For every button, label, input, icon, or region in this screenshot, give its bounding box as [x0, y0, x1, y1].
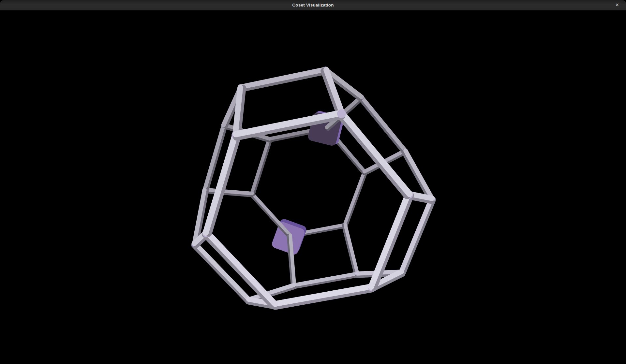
strut-shadow-face [344, 226, 356, 274]
strut-edge [252, 139, 269, 194]
strut-edge [241, 69, 325, 87]
strut-shadow-face [294, 275, 357, 287]
strut-edge [345, 225, 358, 274]
strut-shadow-face [241, 72, 326, 90]
strut-shadow-face [253, 140, 271, 195]
window-title: Coset Visualization [292, 3, 334, 7]
strut-edge [294, 274, 357, 285]
strut-edge [344, 172, 364, 225]
strut-edge [252, 194, 290, 235]
coset-3d-viewport[interactable] [0, 10, 626, 364]
viewport-canvas [0, 10, 626, 364]
strut-shadow-face [251, 195, 289, 236]
strut-shadow-face [275, 289, 372, 307]
vertex-joint [337, 109, 346, 118]
strut-shadow-face [346, 173, 366, 226]
titlebar[interactable]: Coset Visualization ✕ [0, 0, 626, 10]
strut-shadow-face [209, 136, 238, 234]
close-icon[interactable]: ✕ [612, 0, 623, 10]
app-window: Coset Visualization ✕ [0, 0, 626, 364]
